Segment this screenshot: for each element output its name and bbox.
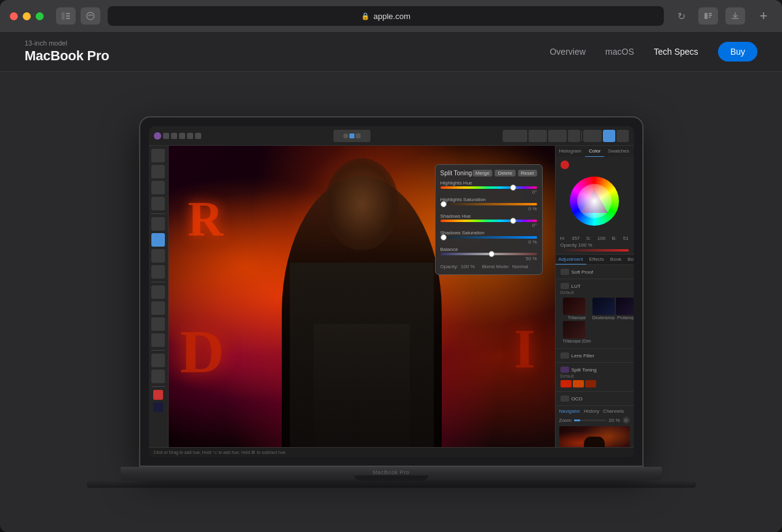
toolbar-right-btn-7[interactable]: [616, 130, 629, 142]
thumbnail-1[interactable]: [563, 298, 585, 315]
sidebar-toggle-button[interactable]: [56, 7, 76, 25]
slider-handle-5[interactable]: [489, 251, 495, 257]
maximize-button[interactable]: [36, 12, 44, 20]
app-screenshot: R D D I Split Toning: [149, 126, 634, 457]
tool-mask[interactable]: [151, 317, 165, 331]
minimize-button[interactable]: [23, 12, 31, 20]
delete-button[interactable]: Delete: [495, 170, 515, 177]
svg-rect-0: [62, 12, 65, 20]
nav-overview[interactable]: Overview: [549, 47, 585, 57]
tool-fg-color[interactable]: [153, 390, 163, 400]
zoom-track[interactable]: [574, 419, 606, 421]
toolbar-btn-5[interactable]: [195, 133, 201, 139]
nav-tech-specs[interactable]: Tech Specs: [654, 47, 698, 57]
toolbar-right-btn-2[interactable]: [529, 130, 547, 142]
buy-button[interactable]: Buy: [718, 42, 757, 62]
tool-shape[interactable]: [151, 265, 165, 279]
shadows-saturation-value: 0 %: [441, 239, 537, 245]
thumbnail-2[interactable]: [592, 298, 615, 315]
macbook-hinge-notch: [354, 475, 428, 480]
macbook-bottom-bar: [87, 480, 696, 488]
slider-handle-1[interactable]: [510, 185, 516, 191]
tool-lasso[interactable]: [151, 301, 165, 315]
panel-tab-swatches[interactable]: Swatches: [604, 146, 633, 157]
opacity-bar[interactable]: [561, 249, 629, 252]
zoom-value: 20 %: [608, 418, 620, 423]
opacity-blend-row: Opacity: 100 % Blend Mode: Normal: [441, 264, 537, 269]
close-button[interactable]: [10, 12, 18, 20]
toolbar-btn-1[interactable]: [163, 133, 169, 139]
history-tab[interactable]: History: [584, 408, 599, 414]
blend-mode-value: Normal: [512, 264, 528, 269]
navigator-tabs: Navigator History Channels: [559, 408, 624, 414]
fg-color-swatch[interactable]: [561, 161, 569, 169]
toolbar-right-btn-3[interactable]: [548, 130, 567, 142]
tool-select[interactable]: [151, 285, 165, 299]
refresh-button[interactable]: ↻: [671, 7, 691, 25]
product-title: MacBook Pro: [25, 48, 109, 64]
color-swatch-1[interactable]: [561, 380, 572, 387]
toolbar-center-group[interactable]: [333, 130, 370, 142]
tool-eraser[interactable]: [151, 333, 165, 347]
navigator-tab-active[interactable]: Navigator: [559, 408, 580, 414]
svg-rect-6: [709, 13, 712, 14]
slider-handle-4[interactable]: [441, 234, 447, 240]
panel-tab-brushes[interactable]: Brushes: [633, 146, 634, 157]
toolbar-btn-2[interactable]: [171, 133, 177, 139]
tool-hand[interactable]: [151, 370, 165, 383]
lut-icon: [561, 283, 569, 289]
toolbar-btn-3[interactable]: [179, 133, 185, 139]
tool-clone[interactable]: [151, 197, 165, 210]
address-bar[interactable]: 🔒 apple.com: [108, 6, 664, 26]
tool-brush[interactable]: [151, 217, 165, 231]
reader-view-button[interactable]: [698, 7, 718, 25]
merge-button[interactable]: Merge: [473, 170, 493, 177]
color-swatch-3[interactable]: [585, 380, 596, 387]
balance-slider[interactable]: [441, 253, 537, 255]
tool-zoom[interactable]: [151, 354, 165, 367]
channels-tab[interactable]: Channels: [603, 408, 624, 414]
dialog-title-bar: Split Toning Merge Delete Reset: [441, 170, 537, 177]
toolbar-right-btn-6[interactable]: [603, 130, 615, 142]
share-button[interactable]: [81, 7, 100, 25]
toolbar-right-btn-5[interactable]: [583, 130, 602, 142]
traffic-lights: [10, 12, 44, 20]
tool-pen[interactable]: [151, 249, 165, 263]
browser-controls: [56, 7, 100, 25]
toolbar-right-btn-1[interactable]: [503, 130, 527, 142]
panel-tab-color[interactable]: Color: [585, 146, 604, 157]
styles-tab[interactable]: Book: [607, 255, 624, 264]
apple-header: 13-inch model MacBook Pro Overview macOS…: [0, 32, 782, 72]
panel-tab-histogram[interactable]: Histogram: [556, 146, 585, 157]
zoom-row: Zoom 20 % ⊙: [559, 416, 630, 424]
shadows-saturation-slider[interactable]: [441, 236, 537, 239]
toolbar-btn-4[interactable]: [187, 133, 193, 139]
new-tab-button[interactable]: +: [755, 7, 772, 25]
reset-button[interactable]: Reset: [518, 170, 537, 177]
shadows-hue-slider[interactable]: [441, 220, 537, 222]
thumb-item-1: Tritanope: [563, 298, 591, 320]
tool-crop[interactable]: [151, 165, 165, 178]
thumbnail-4[interactable]: [563, 321, 585, 338]
book-tab[interactable]: Book: [624, 255, 633, 264]
highlights-hue-label: Highlights Hue: [441, 180, 537, 186]
tool-gradient[interactable]: [151, 233, 165, 247]
svg-rect-3: [66, 18, 70, 19]
nav-macos[interactable]: macOS: [605, 47, 634, 57]
color-wheel[interactable]: [570, 177, 619, 226]
tool-heal[interactable]: [151, 181, 165, 194]
neon-text-bottom-left: D: [180, 316, 224, 387]
zoom-reset-button[interactable]: ⊙: [623, 416, 630, 424]
highlights-hue-slider[interactable]: [441, 186, 537, 189]
color-swatch-2[interactable]: [573, 380, 584, 387]
tool-cursor[interactable]: [151, 149, 165, 162]
highlights-saturation-slider[interactable]: [441, 203, 537, 205]
download-button[interactable]: [725, 7, 745, 25]
tool-bg-color[interactable]: [153, 402, 163, 412]
thumbnail-3[interactable]: [616, 298, 633, 315]
toolbar-right-btn-4[interactable]: [568, 130, 580, 142]
adjustment-tab[interactable]: Adjustment: [556, 255, 586, 264]
slider-handle-2[interactable]: [441, 201, 447, 207]
slider-handle-3[interactable]: [510, 218, 516, 224]
effects-tab[interactable]: Effects: [586, 255, 607, 264]
